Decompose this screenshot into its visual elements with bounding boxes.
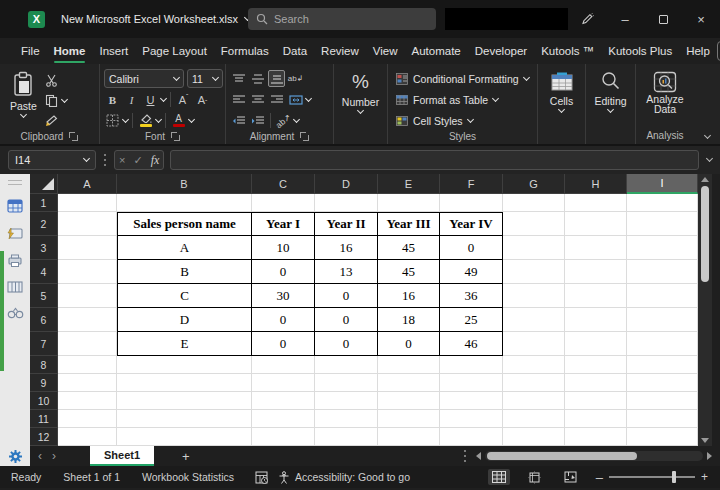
menu-tab-data[interactable]: Data xyxy=(276,38,314,64)
cell-B3[interactable]: A xyxy=(117,236,252,260)
menu-tab-file[interactable]: File xyxy=(14,38,47,64)
cell-C2[interactable]: Year I xyxy=(252,212,315,236)
row-header-8[interactable]: 8 xyxy=(30,356,58,374)
cell-I6[interactable] xyxy=(627,308,698,332)
cell-C9[interactable] xyxy=(252,374,315,392)
conditional-formatting-button[interactable]: Conditional Formatting xyxy=(394,69,531,88)
cell-E9[interactable] xyxy=(378,374,440,392)
cell-G8[interactable] xyxy=(503,356,565,374)
cell-E10[interactable] xyxy=(378,392,440,410)
name-box[interactable]: I14 xyxy=(8,150,96,170)
zoom-in-button[interactable]: + xyxy=(701,470,708,484)
horizontal-scrollbar[interactable] xyxy=(462,450,712,462)
cell-B12[interactable] xyxy=(117,428,252,446)
top-align-button[interactable] xyxy=(230,70,247,87)
font-family-select[interactable]: Calibri xyxy=(104,69,184,88)
middle-align-button[interactable] xyxy=(249,70,266,87)
binoculars-icon[interactable] xyxy=(7,307,24,319)
cell-I9[interactable] xyxy=(627,374,698,392)
cell-I1[interactable] xyxy=(627,194,698,212)
cell-F1[interactable] xyxy=(440,194,503,212)
alignment-dialog-launcher[interactable] xyxy=(300,132,309,141)
clipboard-dialog-launcher[interactable] xyxy=(69,132,78,141)
cell-H2[interactable] xyxy=(565,212,627,236)
cell-C4[interactable]: 0 xyxy=(252,260,315,284)
cell-A3[interactable] xyxy=(58,236,117,260)
font-size-select[interactable]: 11 xyxy=(187,69,223,88)
fill-color-button[interactable] xyxy=(137,112,154,129)
paste-dropdown-chevron-icon[interactable] xyxy=(20,111,27,118)
next-sheet-button[interactable]: › xyxy=(50,449,64,463)
cell-I5[interactable] xyxy=(627,284,698,308)
cell-G3[interactable] xyxy=(503,236,565,260)
cell-B9[interactable] xyxy=(117,374,252,392)
cell-B8[interactable] xyxy=(117,356,252,374)
cell-A2[interactable] xyxy=(58,212,117,236)
row-header-9[interactable]: 9 xyxy=(30,374,58,392)
cell-G4[interactable] xyxy=(503,260,565,284)
cell-C12[interactable] xyxy=(252,428,315,446)
cell-A6[interactable] xyxy=(58,308,117,332)
cell-B4[interactable]: B xyxy=(117,260,252,284)
cell-F12[interactable] xyxy=(440,428,503,446)
cell-E2[interactable]: Year III xyxy=(378,212,440,236)
enter-button[interactable]: ✓ xyxy=(133,154,142,167)
page-layout-view-button[interactable] xyxy=(524,469,546,485)
cell-H9[interactable] xyxy=(565,374,627,392)
cell-A10[interactable] xyxy=(58,392,117,410)
row-header-12[interactable]: 12 xyxy=(30,428,58,446)
cell-I11[interactable] xyxy=(627,410,698,428)
row-header-4[interactable]: 4 xyxy=(30,260,58,284)
column-header-G[interactable]: G xyxy=(503,174,565,194)
scroll-up-arrow-icon[interactable] xyxy=(701,177,709,182)
workbook-statistics-button[interactable]: Workbook Statistics xyxy=(131,471,245,483)
cell-I12[interactable] xyxy=(627,428,698,446)
cell-C6[interactable]: 0 xyxy=(252,308,315,332)
workbook-pane-icon[interactable] xyxy=(7,199,23,213)
column-header-F[interactable]: F xyxy=(440,174,503,194)
select-all-button[interactable] xyxy=(30,174,58,194)
zoom-out-button[interactable]: – xyxy=(596,470,603,485)
vertical-scrollbar[interactable] xyxy=(698,174,712,446)
cell-G1[interactable] xyxy=(503,194,565,212)
cell-F6[interactable]: 25 xyxy=(440,308,503,332)
menu-tab-home[interactable]: Home xyxy=(47,38,93,64)
sheet-tab-sheet1[interactable]: Sheet1 xyxy=(90,446,154,466)
menu-tab-review[interactable]: Review xyxy=(314,38,366,64)
cell-I8[interactable] xyxy=(627,356,698,374)
row-header-5[interactable]: 5 xyxy=(30,284,58,308)
cell-F4[interactable]: 49 xyxy=(440,260,503,284)
borders-dropdown-chevron-icon[interactable] xyxy=(122,115,129,122)
cell-H7[interactable] xyxy=(565,332,627,356)
cell-E4[interactable]: 45 xyxy=(378,260,440,284)
page-break-preview-button[interactable] xyxy=(560,469,582,485)
underline-button[interactable]: U xyxy=(142,91,159,108)
decrease-font-size-button[interactable]: Aˇ xyxy=(194,91,211,108)
close-button[interactable]: × xyxy=(682,0,720,38)
cell-E12[interactable] xyxy=(378,428,440,446)
cell-F8[interactable] xyxy=(440,356,503,374)
cell-A8[interactable] xyxy=(58,356,117,374)
cell-H6[interactable] xyxy=(565,308,627,332)
menu-tab-help[interactable]: Help xyxy=(679,38,717,64)
paste-button[interactable]: Paste xyxy=(4,69,43,119)
cell-I7[interactable] xyxy=(627,332,698,356)
row-header-11[interactable]: 11 xyxy=(30,410,58,428)
cell-C8[interactable] xyxy=(252,356,315,374)
increase-font-size-button[interactable]: Aˆ xyxy=(175,91,192,108)
cell-I4[interactable] xyxy=(627,260,698,284)
menu-tab-automate[interactable]: Automate xyxy=(405,38,468,64)
menu-tab-page-layout[interactable]: Page Layout xyxy=(135,38,214,64)
cell-F9[interactable] xyxy=(440,374,503,392)
kutools-settings-button[interactable] xyxy=(0,446,30,466)
cell-A1[interactable] xyxy=(58,194,117,212)
cell-D9[interactable] xyxy=(315,374,378,392)
accessibility-status[interactable]: Accessibility: Good to go xyxy=(278,471,410,484)
normal-view-button[interactable] xyxy=(488,469,510,485)
cell-C7[interactable]: 0 xyxy=(252,332,315,356)
row-header-1[interactable]: 1 xyxy=(30,194,58,212)
bottom-align-button[interactable] xyxy=(268,70,285,87)
cell-G9[interactable] xyxy=(503,374,565,392)
fill-color-chevron-icon[interactable] xyxy=(155,115,162,122)
cell-A11[interactable] xyxy=(58,410,117,428)
